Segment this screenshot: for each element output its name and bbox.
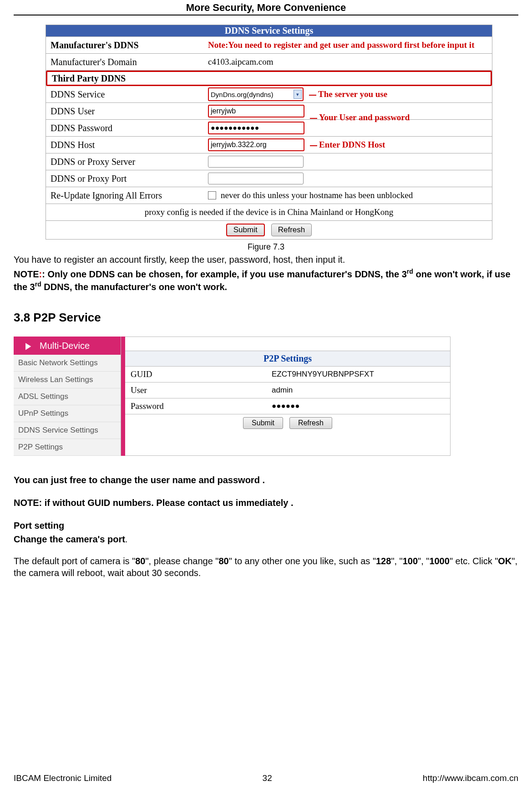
pink-divider [121, 337, 125, 456]
ddns-panel: DDNS Service Settings Manufacturer's DDN… [46, 25, 492, 240]
reupdate-label: Re-Update Ignoring All Errors [46, 189, 205, 203]
p2p-password-value[interactable]: ●●●●●● [268, 400, 450, 413]
p2p-main: P2P Settings GUID EZCT9HNY9YURBNPPSFXT U… [125, 337, 451, 456]
note-register: Note:You need to register and get user a… [208, 40, 474, 50]
manufacturer-ddns-label: Manufacturer's DDNS [46, 38, 205, 52]
para-register: You have to register an account firstly,… [14, 254, 518, 265]
port-setting-heading: Port setting [14, 520, 518, 531]
sidebar: ▶Multi-Device Basic Network Settings Wir… [14, 337, 121, 456]
ddns-password-label: DDNS Password [46, 121, 205, 135]
sidebar-item-basic-network[interactable]: Basic Network Settings [14, 355, 121, 372]
p2p-user-value[interactable]: admin [268, 384, 450, 397]
triangle-right-icon: ▶ [25, 340, 31, 351]
note-one-ddns: NOTE:: Only one DDNS can be chosen, for … [14, 267, 518, 292]
guid-label: GUID [125, 367, 268, 381]
p2p-user-label: User [125, 383, 268, 397]
ddns-service-value: DynDns.org(dyndns) [211, 91, 274, 98]
p2p-refresh-button[interactable]: Refresh [289, 417, 332, 429]
reupdate-text: never do this unless your hostname has b… [221, 190, 413, 200]
para-no-guid: NOTE: if without GUID numbers. Please co… [14, 497, 518, 509]
proxy-note: proxy config is needed if the device is … [145, 207, 394, 217]
submit-button[interactable]: Submit [226, 224, 265, 236]
p2p-title: P2P Settings [125, 351, 450, 367]
ddns-user-label: DDNS User [46, 104, 205, 118]
sidebar-item-upnp[interactable]: UPnP Settings [14, 405, 121, 422]
chevron-down-icon: ▾ [294, 90, 302, 99]
ddns-service-select[interactable]: DynDns.org(dyndns) ▾ [208, 87, 304, 101]
ddns-title: DDNS Service Settings [46, 25, 492, 37]
sidebar-item-wireless[interactable]: Wireless Lan Settings [14, 372, 121, 388]
footer-page-number: 32 [263, 773, 272, 783]
p2p-submit-button[interactable]: Submit [243, 417, 283, 429]
guid-value: EZCT9HNY9YURBNPPSFXT [268, 368, 450, 381]
header-rule [14, 15, 518, 15]
para-change-userpass: You can just free to change the user nam… [14, 474, 518, 486]
ddns-proxy-server-label: DDNS or Proxy Server [46, 155, 205, 169]
figure-7-3-caption: Figure 7.3 [14, 242, 518, 252]
footer-left: IBCAM Electronic Limited [14, 773, 111, 783]
ddns-host-label: DDNS Host [46, 138, 205, 152]
ddns-proxy-port-label: DDNS or Proxy Port [46, 172, 205, 186]
ddns-service-label: DDNS Service [46, 87, 205, 102]
sidebar-item-adsl[interactable]: ADSL Settings [14, 388, 121, 405]
ddns-proxy-server-input[interactable] [208, 156, 304, 168]
annot-host: Enter DDNS Host [310, 140, 385, 150]
page-header: More Security, More Convenience [14, 0, 518, 14]
annot-server: The server you use [309, 89, 387, 99]
ddns-user-input[interactable] [208, 105, 304, 117]
third-party-ddns-label: Third Party DDNS [47, 72, 207, 85]
ddns-password-input[interactable] [208, 122, 304, 134]
section-3-8-heading: 3.8 P2P Service [14, 311, 518, 325]
manufacturer-domain-label: Manufacturer's Domain [46, 55, 205, 69]
p2p-password-label: Password [125, 399, 268, 413]
port-change-line: Change the camera's port. [14, 533, 518, 545]
page-footer: IBCAM Electronic Limited 32 http://www.i… [14, 773, 518, 783]
sidebar-item-ddns[interactable]: DDNS Service Settings [14, 422, 121, 439]
refresh-button[interactable]: Refresh [271, 224, 312, 236]
reupdate-checkbox[interactable] [208, 191, 216, 199]
port-body: The default port of camera is "80", plea… [14, 555, 518, 579]
ddns-proxy-port-input[interactable] [208, 173, 304, 184]
ddns-host-input[interactable] [208, 138, 304, 151]
manufacturer-domain-value: c4103.aipcam.com [205, 56, 492, 68]
footer-right: http://www.ibcam.com.cn [423, 773, 518, 783]
sidebar-item-p2p[interactable]: P2P Settings [14, 439, 121, 456]
multi-device-header[interactable]: ▶Multi-Device [14, 337, 121, 355]
p2p-figure: ▶Multi-Device Basic Network Settings Wir… [14, 337, 451, 456]
